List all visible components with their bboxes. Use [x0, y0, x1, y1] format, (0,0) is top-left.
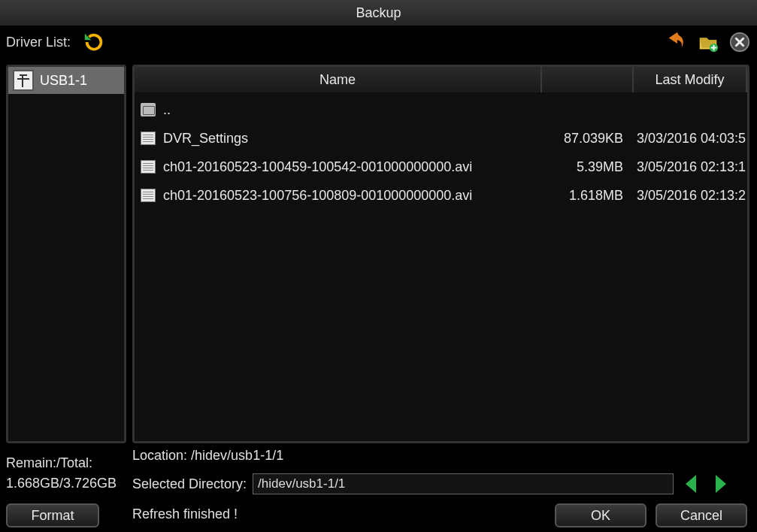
remain-total-label: Remain:/Total: — [6, 455, 117, 471]
file-rows: .. DVR_Settings 87.039KB 3/03/2016 04:03… — [135, 92, 747, 213]
new-folder-icon[interactable] — [697, 31, 719, 53]
driver-item-label: USB1-1 — [40, 73, 87, 89]
next-arrow-icon[interactable] — [716, 475, 726, 493]
driver-list-panel: USB1-1 — [6, 65, 126, 443]
file-name: .. — [163, 102, 171, 118]
file-row-up[interactable]: .. — [135, 95, 747, 124]
location-value: /hidev/usb1-1/1 — [191, 448, 283, 463]
file-name: ch01-20160523-100756-100809-001000000000… — [163, 188, 472, 204]
file-date: 3/05/2016 02:13:1 — [631, 159, 747, 175]
file-date: 3/05/2016 02:13:2 — [631, 188, 747, 204]
file-name: ch01-20160523-100459-100542-001000000000… — [163, 159, 472, 175]
col-header-size[interactable] — [542, 67, 634, 92]
file-icon — [141, 131, 156, 145]
usb-icon — [13, 70, 34, 91]
file-size: 5.39MB — [540, 159, 631, 175]
close-icon[interactable] — [728, 31, 751, 53]
file-size: 87.039KB — [540, 131, 631, 147]
selected-directory-label: Selected Directory: — [132, 476, 247, 492]
window-title: Backup — [0, 0, 757, 26]
folder-up-icon — [141, 103, 156, 116]
file-row[interactable]: DVR_Settings 87.039KB 3/03/2016 04:03:5 — [135, 124, 747, 153]
file-list-panel: Name Last Modify .. DVR_Settings 87.039K… — [132, 65, 749, 443]
file-table-header: Name Last Modify — [135, 67, 747, 92]
format-button[interactable]: Format — [6, 503, 99, 527]
driver-item[interactable]: USB1-1 — [8, 67, 124, 94]
file-icon — [141, 189, 156, 202]
file-row[interactable]: ch01-20160523-100459-100542-001000000000… — [135, 153, 747, 181]
back-icon[interactable] — [665, 31, 687, 53]
file-date: 3/03/2016 04:03:5 — [631, 131, 747, 147]
col-header-date[interactable]: Last Modify — [634, 67, 747, 92]
refresh-icon[interactable] — [83, 31, 105, 53]
ok-button[interactable]: OK — [555, 503, 646, 527]
selected-directory-row: Selected Directory: — [132, 473, 726, 494]
prev-arrow-icon[interactable] — [686, 475, 696, 493]
toolbar: Driver List: — [0, 26, 757, 62]
driver-list-label: Driver List: — [6, 35, 71, 50]
status-message: Refresh finished ! — [132, 506, 238, 522]
file-name: DVR_Settings — [163, 131, 248, 147]
cancel-button[interactable]: Cancel — [656, 503, 747, 527]
remain-total-value: 1.668GB/3.726GB — [6, 476, 117, 491]
storage-info: Remain:/Total: 1.668GB/3.726GB — [6, 455, 117, 496]
selected-directory-input[interactable] — [253, 473, 674, 494]
col-header-name[interactable]: Name — [135, 67, 542, 92]
location-label: Location: — [132, 448, 187, 463]
file-size: 1.618MB — [540, 188, 631, 204]
file-icon — [141, 160, 156, 174]
location-row: Location: /hidev/usb1-1/1 — [132, 448, 283, 464]
file-row[interactable]: ch01-20160523-100756-100809-001000000000… — [135, 181, 747, 210]
